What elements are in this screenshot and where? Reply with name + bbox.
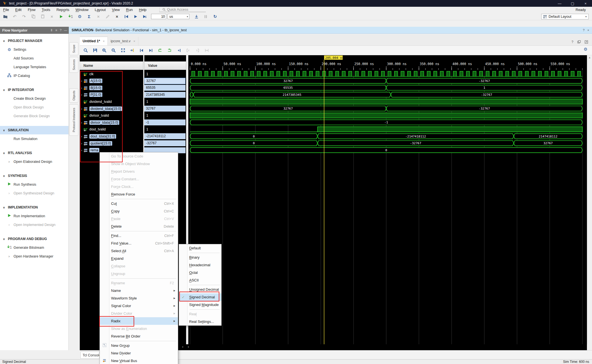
expand-chevron-icon[interactable]: ›	[8, 223, 10, 227]
signal-value-dividend-tvalid[interactable]: 1	[144, 98, 186, 105]
zoom-out-icon[interactable]	[110, 47, 117, 54]
context-menu-select-all[interactable]: Select AllCtrl+A	[100, 247, 178, 255]
signal-value-p-31-0[interactable]: 2147385345	[144, 91, 186, 98]
minimize-button[interactable]: —	[553, 0, 566, 7]
context-menu-find[interactable]: Find...Ctrl+F	[100, 232, 178, 239]
menu-reports[interactable]: Reports	[53, 7, 72, 13]
signal-row-p-31-0[interactable]: ›P[31:0]	[80, 91, 143, 98]
waveform-settings-gear-icon[interactable]: ⚙	[584, 47, 587, 52]
fnav-item-ip-catalog[interactable]: IP Catalog	[0, 71, 69, 80]
add-marker-icon[interactable]	[175, 47, 182, 54]
radix-ascii[interactable]: ASCII	[179, 276, 221, 284]
menu-layout[interactable]: Layout	[92, 7, 109, 13]
side-tab-objects[interactable]: Objects	[69, 88, 78, 103]
run-time-input[interactable]	[151, 14, 166, 19]
radix-signed-magnitude[interactable]: Signed Magnitude	[179, 301, 221, 308]
step-time-icon[interactable]	[193, 14, 200, 19]
run-for-time-icon[interactable]	[142, 14, 148, 19]
signal-value-divisor-tdata-15-0[interactable]: -1	[144, 119, 186, 126]
help-icon[interactable]: ?	[60, 28, 61, 32]
fnav-section-project-manager[interactable]: ∨PROJECT MANAGER	[0, 37, 69, 45]
close-button[interactable]: ×	[579, 0, 592, 7]
quick-access-search[interactable]: Quick Access	[159, 8, 206, 12]
signal-row-dividend-tdata-15-0[interactable]: ›dividend_tdata[15:0]	[80, 105, 143, 112]
search-icon[interactable]	[82, 47, 89, 54]
signal-value-dout-tdata-31-0[interactable]: -2147418112	[144, 133, 186, 140]
waveform-canvas[interactable]: 0.000 ns50.000 ns100.000 ns150.000 ns200…	[188, 55, 587, 344]
context-menu-new-divider[interactable]: New Divider	[100, 349, 178, 357]
context-menu-new-group[interactable]: New Group	[100, 342, 178, 349]
step-icon[interactable]: 0110	[67, 14, 74, 19]
settings-icon[interactable]: ⚙	[77, 14, 83, 19]
run-icon[interactable]	[58, 14, 64, 19]
fnav-item-generate-bitstream[interactable]: 0110Generate Bitstream	[0, 243, 69, 252]
context-menu-radix[interactable]: Radix▶	[100, 317, 178, 325]
radix-real-settings[interactable]: Real Settings...	[179, 318, 221, 325]
expand-chevron-icon[interactable]: ›	[80, 93, 83, 96]
cancel-icon[interactable]: ×	[114, 14, 120, 19]
context-menu-copy[interactable]: CopyCtrl+C	[100, 207, 178, 215]
float-pane-icon[interactable]	[577, 40, 581, 44]
expand-chevron-icon[interactable]: ›	[80, 107, 83, 110]
zoom-fit-icon[interactable]	[119, 47, 127, 54]
signal-value-divisor-tvalid[interactable]: 1	[144, 112, 186, 119]
signal-value-clk[interactable]: 1	[144, 70, 186, 77]
radix-binary[interactable]: Binary	[179, 254, 221, 261]
context-menu-delete[interactable]: DeleteDelete	[100, 223, 178, 230]
side-tab-protocol-instances[interactable]: Protocol Instances	[69, 104, 78, 136]
fnav-item-run-simulation[interactable]: Run Simulation	[0, 134, 69, 143]
open-file-icon[interactable]	[2, 14, 8, 19]
expand-chevron-icon[interactable]: ›	[80, 86, 83, 90]
signal-row-a-15-0[interactable]: ›A[15:0]	[80, 77, 143, 85]
previous-transition-icon[interactable]	[138, 47, 145, 54]
fnav-section-simulation[interactable]: ∨SIMULATION	[0, 126, 69, 134]
signal-row-quotient-15-0[interactable]: ›quotient[15:0]	[80, 140, 143, 147]
radix-signed-decimal[interactable]: ✓Signed Decimal	[179, 293, 221, 301]
name-column-header[interactable]: Name	[80, 61, 143, 70]
fnav-section-ip-integrator[interactable]: ∨IP INTEGRATOR	[0, 86, 69, 94]
close-tab-icon[interactable]: ×	[133, 39, 135, 43]
menu-edit[interactable]: Edit	[12, 7, 25, 13]
tcl-console-tab[interactable]: Tcl Console	[80, 352, 100, 359]
signal-row-divisor-tdata-15-0[interactable]: ›divisor_tdata[15:0]	[80, 119, 143, 126]
side-tab-sources[interactable]: Sources	[69, 57, 78, 73]
maximize-pane-icon[interactable]	[585, 40, 588, 44]
context-menu-waveform-style[interactable]: Waveform Style▶	[100, 294, 178, 302]
context-menu-expand[interactable]: Expand	[100, 255, 178, 262]
run-all-icon[interactable]	[132, 14, 139, 19]
scroll-right-icon[interactable]: ›	[182, 345, 183, 349]
radix-octal[interactable]: Octal	[179, 269, 221, 276]
fnav-item-open-elaborated-design[interactable]: ›Open Elaborated Design	[0, 157, 69, 166]
close-tab-icon[interactable]: ×	[103, 39, 105, 43]
signal-row-divisor-tvalid[interactable]: divisor_tvalid	[80, 112, 143, 119]
fnav-section-program-and-debug[interactable]: ∨PROGRAM AND DEBUG	[0, 235, 69, 243]
signal-value-b-15-0[interactable]: 65535	[144, 84, 186, 91]
context-menu-new-virtual-bus[interactable]: New Virtual Bus	[100, 357, 178, 364]
collapse-all-icon[interactable]: ⇕	[50, 28, 53, 32]
expand-chevron-icon[interactable]: ›	[8, 254, 10, 258]
help-icon[interactable]: ?	[583, 28, 584, 32]
context-menu-signal-color[interactable]: Signal Color▶	[100, 302, 178, 310]
signal-value-dout-tvalid[interactable]: 1	[144, 126, 186, 133]
context-menu-name[interactable]: Name▶	[100, 287, 178, 294]
help-icon[interactable]: ?	[571, 40, 573, 44]
context-menu-cut[interactable]: CutCtrl+X	[100, 200, 178, 207]
editor-tab-untitled-1[interactable]: Untitled 1*×	[80, 37, 108, 45]
scroll-left-icon[interactable]: ‹	[188, 345, 189, 349]
menu-run[interactable]: Run	[123, 7, 136, 13]
fnav-item-create-block-design[interactable]: Create Block Design	[0, 94, 69, 103]
fnav-item-open-hardware-manager[interactable]: ›Open Hardware Manager	[0, 252, 69, 261]
layout-selector[interactable]: Default Layout ▾	[541, 14, 589, 19]
expand-chevron-icon[interactable]: ›	[80, 148, 83, 152]
go-to-time-icon[interactable]	[129, 47, 136, 54]
signal-value-a-15-0[interactable]: 32767	[144, 77, 186, 85]
expand-chevron-icon[interactable]: ›	[80, 121, 83, 124]
vertical-scrollbar[interactable]: ▲	[587, 55, 592, 344]
scroll-up-icon[interactable]: ▲	[588, 56, 591, 59]
relaunch-icon[interactable]: ↻	[212, 14, 218, 19]
minimize-panel-icon[interactable]: —	[64, 28, 67, 32]
time-unit-select[interactable]: us▾	[167, 14, 189, 19]
close-icon[interactable]: ×	[587, 28, 589, 32]
sum-totals-icon[interactable]: Σ	[86, 14, 92, 19]
fnav-section-implementation[interactable]: ∨IMPLEMENTATION	[0, 203, 69, 212]
